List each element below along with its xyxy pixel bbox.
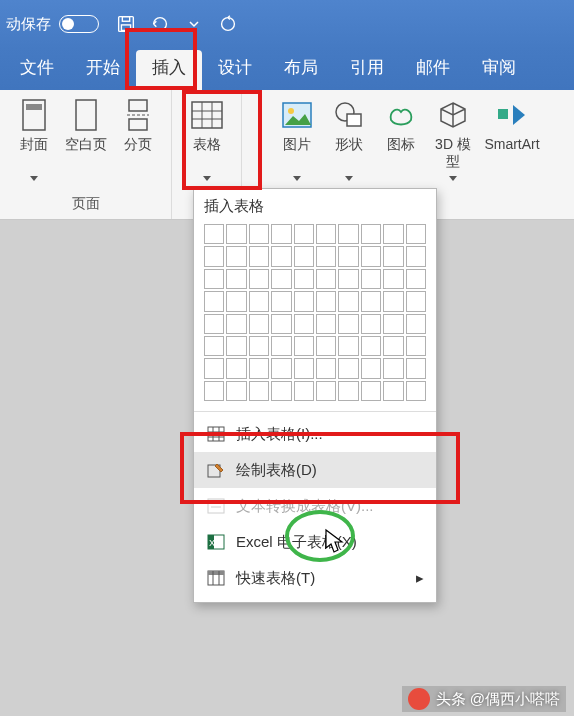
tab-design[interactable]: 设计 <box>202 48 268 90</box>
grid-cell[interactable] <box>383 358 403 378</box>
grid-cell[interactable] <box>338 269 358 289</box>
grid-cell[interactable] <box>294 381 314 401</box>
grid-cell[interactable] <box>226 224 246 244</box>
grid-cell[interactable] <box>204 246 224 266</box>
grid-cell[interactable] <box>406 246 426 266</box>
grid-cell[interactable] <box>204 358 224 378</box>
grid-cell[interactable] <box>316 246 336 266</box>
grid-cell[interactable] <box>249 314 269 334</box>
grid-cell[interactable] <box>361 381 381 401</box>
grid-cell[interactable] <box>383 246 403 266</box>
grid-cell[interactable] <box>406 314 426 334</box>
pictures-button[interactable]: 图片 <box>272 94 322 185</box>
grid-cell[interactable] <box>271 269 291 289</box>
grid-cell[interactable] <box>316 269 336 289</box>
table-size-grid[interactable] <box>194 222 436 407</box>
tab-insert[interactable]: 插入 <box>136 50 202 90</box>
menu-insert-table[interactable]: 插入表格(I)... <box>194 416 436 452</box>
grid-cell[interactable] <box>361 291 381 311</box>
grid-cell[interactable] <box>294 224 314 244</box>
grid-cell[interactable] <box>406 269 426 289</box>
grid-cell[interactable] <box>316 224 336 244</box>
grid-cell[interactable] <box>204 381 224 401</box>
menu-excel-spreadsheet[interactable]: X Excel 电子表格(X) <box>194 524 436 560</box>
cover-page-button[interactable]: 封面 <box>9 94 59 185</box>
qat-dropdown-icon[interactable] <box>179 9 209 39</box>
grid-cell[interactable] <box>226 291 246 311</box>
grid-cell[interactable] <box>271 314 291 334</box>
grid-cell[interactable] <box>361 358 381 378</box>
grid-cell[interactable] <box>249 381 269 401</box>
grid-cell[interactable] <box>294 358 314 378</box>
grid-cell[interactable] <box>271 336 291 356</box>
grid-cell[interactable] <box>249 246 269 266</box>
grid-cell[interactable] <box>249 336 269 356</box>
table-button[interactable]: 表格 <box>175 94 239 185</box>
grid-cell[interactable] <box>338 358 358 378</box>
grid-cell[interactable] <box>249 291 269 311</box>
grid-cell[interactable] <box>406 381 426 401</box>
blank-page-button[interactable]: 空白页 <box>61 94 111 174</box>
grid-cell[interactable] <box>204 336 224 356</box>
grid-cell[interactable] <box>361 246 381 266</box>
page-break-button[interactable]: 分页 <box>113 94 163 174</box>
grid-cell[interactable] <box>316 314 336 334</box>
grid-cell[interactable] <box>294 269 314 289</box>
grid-cell[interactable] <box>226 336 246 356</box>
grid-cell[interactable] <box>204 314 224 334</box>
grid-cell[interactable] <box>338 336 358 356</box>
grid-cell[interactable] <box>361 224 381 244</box>
autosave-toggle[interactable] <box>59 15 99 33</box>
grid-cell[interactable] <box>249 224 269 244</box>
grid-cell[interactable] <box>294 314 314 334</box>
qat-save-icon[interactable] <box>111 9 141 39</box>
grid-cell[interactable] <box>271 381 291 401</box>
grid-cell[interactable] <box>383 314 403 334</box>
grid-cell[interactable] <box>316 291 336 311</box>
grid-cell[interactable] <box>383 336 403 356</box>
grid-cell[interactable] <box>383 269 403 289</box>
grid-cell[interactable] <box>338 246 358 266</box>
menu-quick-tables[interactable]: 快速表格(T) ▸ <box>194 560 436 596</box>
3dmodel-button[interactable]: 3D 模型 <box>428 94 478 185</box>
shapes-button[interactable]: 形状 <box>324 94 374 185</box>
grid-cell[interactable] <box>338 291 358 311</box>
tab-mail[interactable]: 邮件 <box>400 48 466 90</box>
tab-references[interactable]: 引用 <box>334 48 400 90</box>
grid-cell[interactable] <box>406 291 426 311</box>
grid-cell[interactable] <box>271 358 291 378</box>
grid-cell[interactable] <box>294 246 314 266</box>
icons-button[interactable]: 图标 <box>376 94 426 174</box>
grid-cell[interactable] <box>406 358 426 378</box>
tab-file[interactable]: 文件 <box>4 48 70 90</box>
grid-cell[interactable] <box>383 381 403 401</box>
grid-cell[interactable] <box>226 246 246 266</box>
menu-draw-table[interactable]: 绘制表格(D) <box>194 452 436 488</box>
grid-cell[interactable] <box>406 224 426 244</box>
grid-cell[interactable] <box>204 269 224 289</box>
grid-cell[interactable] <box>271 291 291 311</box>
qat-undo-icon[interactable] <box>145 9 175 39</box>
grid-cell[interactable] <box>383 224 403 244</box>
grid-cell[interactable] <box>361 314 381 334</box>
grid-cell[interactable] <box>316 358 336 378</box>
tab-home[interactable]: 开始 <box>70 48 136 90</box>
grid-cell[interactable] <box>204 291 224 311</box>
tab-review[interactable]: 审阅 <box>466 48 532 90</box>
grid-cell[interactable] <box>294 336 314 356</box>
grid-cell[interactable] <box>271 246 291 266</box>
grid-cell[interactable] <box>338 224 358 244</box>
smartart-button[interactable]: SmartArt <box>480 94 544 174</box>
grid-cell[interactable] <box>406 336 426 356</box>
grid-cell[interactable] <box>316 381 336 401</box>
grid-cell[interactable] <box>249 358 269 378</box>
grid-cell[interactable] <box>361 336 381 356</box>
grid-cell[interactable] <box>294 291 314 311</box>
grid-cell[interactable] <box>338 381 358 401</box>
grid-cell[interactable] <box>226 381 246 401</box>
qat-repeat-icon[interactable] <box>213 9 243 39</box>
grid-cell[interactable] <box>338 314 358 334</box>
grid-cell[interactable] <box>271 224 291 244</box>
grid-cell[interactable] <box>249 269 269 289</box>
grid-cell[interactable] <box>226 314 246 334</box>
